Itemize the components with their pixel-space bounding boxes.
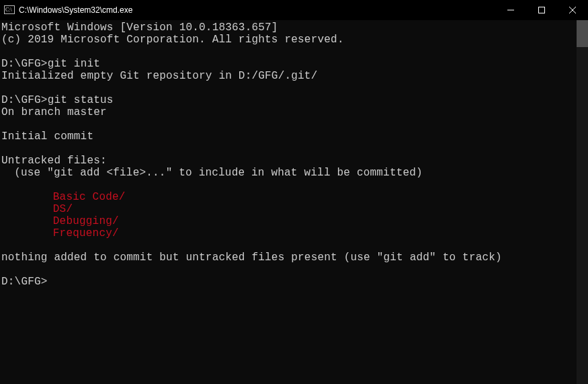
window-title: C:\Windows\System32\cmd.exe <box>19 5 132 15</box>
untracked-file: Basic Code/ <box>1 191 577 203</box>
blank-line <box>1 46 577 58</box>
copyright-line: (c) 2019 Microsoft Corporation. All righ… <box>1 34 577 46</box>
init-output: Initialized empty Git repository in D:/G… <box>1 70 577 82</box>
blank-line <box>1 143 577 155</box>
blank-line <box>1 179 577 191</box>
cursor <box>48 276 54 288</box>
window-controls <box>495 0 588 20</box>
command-text: git status <box>48 94 114 106</box>
titlebar-left: C:\ C:\Windows\System32\cmd.exe <box>0 5 132 15</box>
titlebar[interactable]: C:\ C:\Windows\System32\cmd.exe <box>0 0 588 20</box>
untracked-file: DS/ <box>1 203 577 215</box>
blank-line <box>1 264 577 276</box>
status-initial: Initial commit <box>1 130 577 143</box>
svg-text:C:\: C:\ <box>5 7 13 13</box>
maximize-button[interactable] <box>526 0 557 20</box>
blank-line <box>1 239 577 252</box>
blank-line <box>1 118 577 130</box>
scrollbar[interactable] <box>577 20 588 384</box>
close-button[interactable] <box>557 0 588 20</box>
untracked-header: Untracked files: <box>1 155 577 167</box>
cmd-line: D:\GFG>git init <box>1 58 577 70</box>
version-line: Microsoft Windows [Version 10.0.18363.65… <box>1 22 577 34</box>
scrollbar-thumb[interactable] <box>577 20 588 47</box>
untracked-file: Debugging/ <box>1 215 577 227</box>
svg-rect-3 <box>539 7 545 13</box>
blank-line <box>1 82 577 94</box>
untracked-file: Frequency/ <box>1 227 577 239</box>
terminal-output[interactable]: Microsoft Windows [Version 10.0.18363.65… <box>0 20 577 384</box>
prompt: D:\GFG> <box>1 276 48 288</box>
cmd-icon: C:\ <box>4 5 15 15</box>
current-prompt-line[interactable]: D:\GFG> <box>1 276 577 288</box>
cmd-line: D:\GFG>git status <box>1 94 577 106</box>
prompt: D:\GFG> <box>1 58 48 70</box>
nothing-added: nothing added to commit but untracked fi… <box>1 252 577 264</box>
status-branch: On branch master <box>1 106 577 118</box>
prompt: D:\GFG> <box>1 94 48 106</box>
untracked-hint: (use "git add <file>..." to include in w… <box>1 167 577 179</box>
terminal-container: Microsoft Windows [Version 10.0.18363.65… <box>0 20 588 384</box>
command-text: git init <box>48 58 100 70</box>
minimize-button[interactable] <box>495 0 526 20</box>
